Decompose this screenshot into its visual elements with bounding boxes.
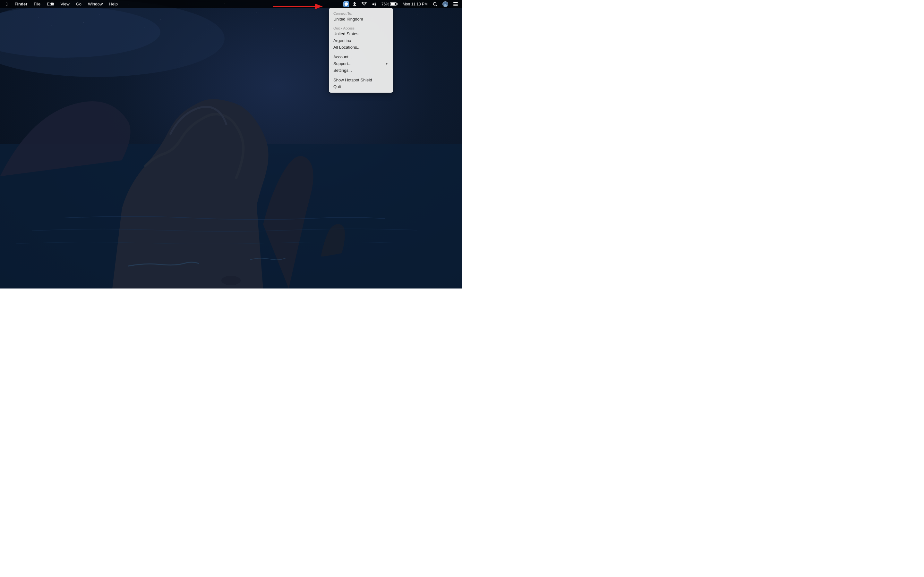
edit-menu[interactable]: Edit — [44, 0, 57, 8]
connect-to-section: Connect To: United Kingdom — [329, 9, 393, 24]
menu-bar:  Finder File Edit View Go Window Help — [0, 0, 462, 8]
menubar-left:  Finder File Edit View Go Window Help — [3, 0, 343, 8]
account-section: Account... Support... ► Settings... — [329, 52, 393, 75]
submenu-arrow-icon: ► — [385, 62, 389, 65]
finder-menu[interactable]: Finder — [12, 0, 30, 8]
svg-point-19 — [272, 29, 273, 29]
svg-point-13 — [417, 15, 417, 15]
svg-rect-29 — [453, 4, 458, 5]
dropdown-item-quit[interactable]: Quit — [329, 83, 393, 90]
svg-point-25 — [221, 276, 241, 285]
svg-rect-28 — [453, 2, 458, 3]
datetime-display[interactable]: Mon 11:13 PM — [401, 0, 429, 8]
control-center-icon[interactable] — [452, 0, 459, 8]
battery-percent-label: 76% — [381, 2, 389, 6]
dropdown-item-account[interactable]: Account... — [329, 53, 393, 60]
dropdown-item-all-locations[interactable]: All Locations... — [329, 44, 393, 51]
dropdown-item-argentina[interactable]: Argentina — [329, 37, 393, 44]
view-menu[interactable]: View — [58, 0, 72, 8]
spotlight-icon[interactable] — [431, 0, 439, 8]
dropdown-item-settings[interactable]: Settings... — [329, 67, 393, 74]
apple-menu[interactable]:  — [3, 0, 11, 8]
svg-point-21 — [401, 26, 401, 26]
show-quit-section: Show Hotspot Shield Quit — [329, 75, 393, 91]
svg-point-10 — [320, 16, 321, 16]
go-menu[interactable]: Go — [73, 0, 84, 8]
hotspot-shield-menubar-icon[interactable] — [343, 1, 349, 7]
dropdown-item-united-states[interactable]: United States — [329, 31, 393, 37]
dropdown-item-united-kingdom[interactable]: United Kingdom — [329, 16, 393, 23]
battery-fill-level — [391, 3, 395, 5]
volume-icon[interactable] — [370, 0, 378, 8]
connect-to-label: Connect To: — [329, 11, 393, 16]
battery-icon — [390, 2, 397, 6]
svg-line-27 — [436, 5, 437, 6]
help-menu[interactable]: Help — [107, 0, 120, 8]
hotspot-shield-dropdown: Connect To: United Kingdom Quick Access:… — [329, 8, 393, 93]
quick-access-section: Quick Access: United States Argentina Al… — [329, 24, 393, 52]
quick-access-label: Quick Access: — [329, 25, 393, 31]
battery-tip — [397, 3, 397, 5]
dropdown-item-support[interactable]: Support... ► — [329, 60, 393, 67]
battery-indicator[interactable]: 76% — [380, 0, 399, 8]
svg-rect-30 — [453, 5, 458, 6]
menubar-right: 76% Mon 11:13 PM — [343, 0, 459, 8]
window-menu[interactable]: Window — [86, 0, 105, 8]
wifi-icon[interactable] — [360, 0, 368, 8]
file-menu[interactable]: File — [31, 0, 43, 8]
user-avatar[interactable] — [441, 0, 450, 8]
bluetooth-icon[interactable] — [351, 0, 358, 8]
dropdown-item-show-hotspot-shield[interactable]: Show Hotspot Shield — [329, 77, 393, 83]
